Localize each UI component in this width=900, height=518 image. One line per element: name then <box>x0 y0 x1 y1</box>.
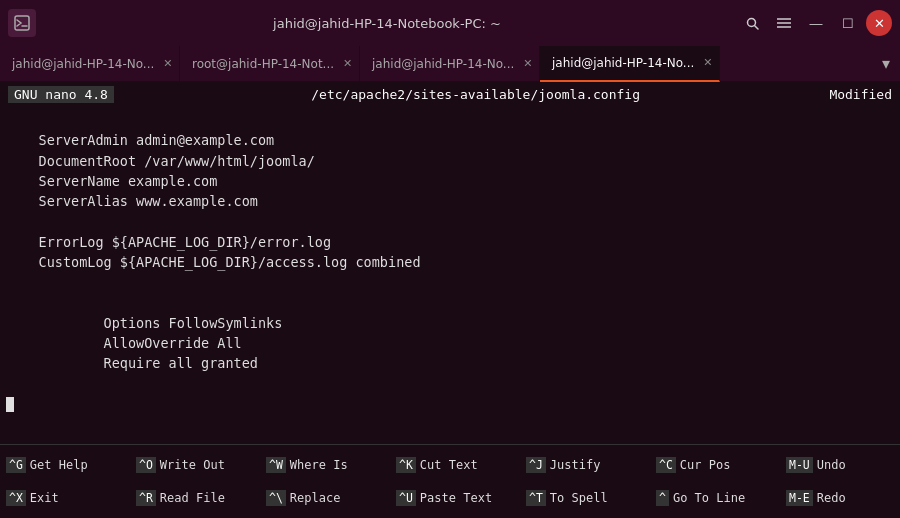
nano-modified: Modified <box>829 87 892 102</box>
shortcut-item: ^XExit <box>6 490 136 506</box>
tab-1[interactable]: jahid@jahid-HP-14-No... ✕ <box>0 46 180 82</box>
shortcut-item: M-UUndo <box>786 457 900 473</box>
tab-3-close[interactable]: ✕ <box>520 56 535 71</box>
shortcut-item: ^JJustify <box>526 457 656 473</box>
shortcut-key: ^X <box>6 490 26 506</box>
shortcut-label: Read File <box>160 491 225 505</box>
shortcut-label: Undo <box>817 458 846 472</box>
tab-4-label: jahid@jahid-HP-14-No... <box>552 56 694 70</box>
shortcut-label: Get Help <box>30 458 88 472</box>
shortcut-key: ^C <box>656 457 676 473</box>
shortcut-key: ^O <box>136 457 156 473</box>
shortcut-bar: ^GGet Help^OWrite Out^WWhere Is^KCut Tex… <box>0 444 900 518</box>
shortcut-item: ^\Replace <box>266 490 396 506</box>
shortcut-label: Replace <box>290 491 341 505</box>
shortcut-key: ^G <box>6 457 26 473</box>
tab-3[interactable]: jahid@jahid-HP-14-No... ✕ <box>360 46 540 82</box>
nano-version: GNU nano 4.8 <box>8 86 114 103</box>
nano-topbar: GNU nano 4.8 /etc/apache2/sites-availabl… <box>0 82 900 106</box>
nano-filename: /etc/apache2/sites-available/joomla.conf… <box>122 87 829 102</box>
shortcut-item: ^Go To Line <box>656 490 786 506</box>
shortcut-key: M-E <box>786 490 813 506</box>
shortcut-row-1: ^GGet Help^OWrite Out^WWhere Is^KCut Tex… <box>0 457 900 473</box>
tab-3-label: jahid@jahid-HP-14-No... <box>372 57 514 71</box>
tab-2-close[interactable]: ✕ <box>340 56 355 71</box>
svg-line-2 <box>754 25 758 29</box>
tab-2[interactable]: root@jahid-HP-14-Not... ✕ <box>180 46 360 82</box>
shortcut-item: ^WWhere Is <box>266 457 396 473</box>
shortcut-label: Cur Pos <box>680 458 731 472</box>
shortcut-key: ^ <box>656 490 669 506</box>
shortcut-key: M-U <box>786 457 813 473</box>
tab-1-close[interactable]: ✕ <box>160 56 175 71</box>
shortcut-label: Paste Text <box>420 491 492 505</box>
tab-4[interactable]: jahid@jahid-HP-14-No... ✕ <box>540 46 720 82</box>
shortcut-item: ^OWrite Out <box>136 457 266 473</box>
shortcut-label: Where Is <box>290 458 348 472</box>
shortcut-item: ^TTo Spell <box>526 490 656 506</box>
shortcut-item: ^GGet Help <box>6 457 136 473</box>
shortcut-label: To Spell <box>550 491 608 505</box>
shortcut-key: ^U <box>396 490 416 506</box>
shortcut-key: ^W <box>266 457 286 473</box>
close-button[interactable]: ✕ <box>866 10 892 36</box>
shortcut-label: Cut Text <box>420 458 478 472</box>
shortcut-item: ^KCut Text <box>396 457 526 473</box>
menu-button[interactable] <box>770 9 798 37</box>
title-bar-left <box>8 9 36 37</box>
shortcut-row-2: ^XExit^RRead File^\Replace^UPaste Text^T… <box>0 490 900 506</box>
tab-bar: jahid@jahid-HP-14-No... ✕ root@jahid-HP-… <box>0 46 900 82</box>
shortcut-label: Justify <box>550 458 601 472</box>
search-button[interactable] <box>738 9 766 37</box>
tab-1-label: jahid@jahid-HP-14-No... <box>12 57 154 71</box>
tab-2-label: root@jahid-HP-14-Not... <box>192 57 334 71</box>
shortcut-item: M-ERedo <box>786 490 900 506</box>
shortcut-item: ^UPaste Text <box>396 490 526 506</box>
window-title: jahid@jahid-HP-14-Notebook-PC: ~ <box>273 16 501 31</box>
shortcut-key: ^R <box>136 490 156 506</box>
terminal-content[interactable]: ServerAdmin admin@example.com DocumentRo… <box>0 106 900 444</box>
shortcut-label: Write Out <box>160 458 225 472</box>
window-controls: — ☐ ✕ <box>738 9 892 37</box>
tab-4-close[interactable]: ✕ <box>700 55 715 70</box>
title-bar: jahid@jahid-HP-14-Notebook-PC: ~ — ☐ ✕ <box>0 0 900 46</box>
shortcut-key: ^T <box>526 490 546 506</box>
shortcut-item: ^RRead File <box>136 490 266 506</box>
terminal-icon <box>8 9 36 37</box>
maximize-button[interactable]: ☐ <box>834 9 862 37</box>
shortcut-key: ^\ <box>266 490 286 506</box>
shortcut-label: Redo <box>817 491 846 505</box>
shortcut-key: ^J <box>526 457 546 473</box>
shortcut-item: ^CCur Pos <box>656 457 786 473</box>
minimize-button[interactable]: — <box>802 9 830 37</box>
shortcut-key: ^K <box>396 457 416 473</box>
shortcut-label: Go To Line <box>673 491 745 505</box>
shortcut-label: Exit <box>30 491 59 505</box>
tab-dropdown[interactable]: ▾ <box>872 54 900 73</box>
